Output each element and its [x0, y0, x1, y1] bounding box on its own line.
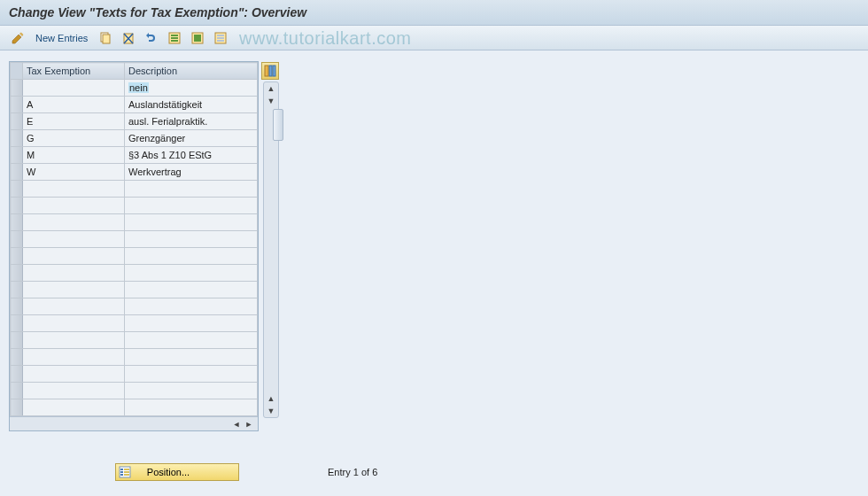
table-row	[11, 181, 258, 198]
svg-rect-19	[120, 474, 123, 476]
table-container: Tax Exemption Description neinAAuslandst…	[9, 61, 259, 431]
cell-description[interactable]: nein	[125, 80, 258, 97]
scroll-up-icon[interactable]: ▲	[264, 82, 278, 95]
cell-code[interactable]	[23, 231, 125, 248]
select-all-icon[interactable]	[166, 29, 183, 47]
row-selector[interactable]	[11, 265, 23, 282]
svg-rect-1	[103, 35, 110, 43]
row-selector[interactable]	[11, 198, 23, 214]
table-row	[11, 198, 258, 214]
cell-code[interactable]	[23, 198, 125, 214]
row-selector[interactable]	[11, 399, 23, 416]
svg-rect-4	[171, 35, 178, 36]
cell-code[interactable]	[23, 383, 125, 399]
cell-code[interactable]: E	[23, 113, 125, 130]
cell-code[interactable]	[23, 181, 125, 198]
scroll-left-icon[interactable]: ◄	[230, 419, 243, 430]
row-selector[interactable]	[11, 366, 23, 383]
svg-rect-12	[217, 40, 224, 42]
cell-code[interactable]: W	[23, 164, 125, 181]
page-title: Change View "Texts for Tax Exemption": O…	[9, 5, 306, 19]
row-selector[interactable]	[11, 181, 23, 198]
vertical-scrollbar[interactable]: ▲ ▼ ▲ ▼	[263, 81, 279, 418]
svg-rect-22	[124, 474, 129, 476]
table-row	[11, 265, 258, 282]
cell-description[interactable]	[125, 231, 258, 248]
cell-code[interactable]	[23, 80, 125, 97]
cell-code[interactable]	[23, 366, 125, 383]
cell-code[interactable]	[23, 315, 125, 332]
deselect-all-icon[interactable]	[212, 29, 229, 47]
scrollbar-thumb[interactable]	[273, 109, 283, 141]
cell-code[interactable]	[23, 265, 125, 282]
row-selector[interactable]	[11, 248, 23, 265]
cell-description[interactable]	[125, 383, 258, 399]
row-selector[interactable]	[11, 214, 23, 231]
cell-code[interactable]	[23, 248, 125, 265]
row-selector[interactable]	[11, 298, 23, 315]
scroll-up2-icon[interactable]: ▼	[264, 95, 278, 107]
cell-description[interactable]: Auslandstätigkeit	[125, 97, 258, 113]
cell-description[interactable]: Werkvertrag	[125, 164, 258, 181]
svg-rect-15	[273, 66, 275, 76]
cell-description[interactable]	[125, 248, 258, 265]
table-row	[11, 214, 258, 231]
table-row: WWerkvertrag	[11, 164, 258, 181]
cell-code[interactable]	[23, 214, 125, 231]
svg-rect-21	[124, 471, 129, 473]
cell-code[interactable]	[23, 298, 125, 315]
cell-code[interactable]: M	[23, 147, 125, 164]
new-entries-button[interactable]: New Entries	[32, 33, 91, 43]
cell-code[interactable]: G	[23, 130, 125, 147]
row-selector[interactable]	[11, 349, 23, 366]
cell-description[interactable]	[125, 198, 258, 214]
table-settings-button[interactable]	[261, 62, 279, 80]
table-corner[interactable]	[11, 63, 23, 80]
cell-description[interactable]	[125, 298, 258, 315]
scroll-down-icon[interactable]: ▼	[264, 405, 278, 417]
cell-code[interactable]	[23, 282, 125, 298]
column-header-description[interactable]: Description	[125, 63, 258, 80]
table-row: AAuslandstätigkeit	[11, 97, 258, 113]
row-selector[interactable]	[11, 383, 23, 399]
svg-rect-5	[171, 37, 178, 39]
cell-description[interactable]	[125, 214, 258, 231]
cell-description[interactable]	[125, 332, 258, 349]
row-selector[interactable]	[11, 231, 23, 248]
cell-description[interactable]	[125, 265, 258, 282]
cell-description[interactable]	[125, 399, 258, 416]
scroll-right-icon[interactable]: ►	[243, 419, 255, 430]
row-selector[interactable]	[11, 164, 23, 181]
cell-description[interactable]: Grenzgänger	[125, 130, 258, 147]
cell-description[interactable]	[125, 282, 258, 298]
position-button[interactable]: Position...	[115, 463, 239, 481]
select-block-icon[interactable]	[189, 29, 206, 47]
row-selector[interactable]	[11, 332, 23, 349]
row-selector[interactable]	[11, 80, 23, 97]
undo-icon[interactable]	[143, 29, 160, 47]
row-selector[interactable]	[11, 147, 23, 164]
row-selector[interactable]	[11, 130, 23, 147]
cell-description[interactable]: ausl. Ferialpraktik.	[125, 113, 258, 130]
cell-code[interactable]	[23, 349, 125, 366]
cell-description[interactable]	[125, 366, 258, 383]
horizontal-scrollbar[interactable]: ◄ ►	[10, 416, 258, 430]
row-selector[interactable]	[11, 282, 23, 298]
cell-code[interactable]: A	[23, 97, 125, 113]
table-row: M§3 Abs 1 Z10 EStG	[11, 147, 258, 164]
cell-description[interactable]	[125, 181, 258, 198]
row-selector[interactable]	[11, 97, 23, 113]
cell-description[interactable]	[125, 315, 258, 332]
tax-exemption-table: Tax Exemption Description neinAAuslandst…	[10, 62, 258, 416]
row-selector[interactable]	[11, 315, 23, 332]
cell-code[interactable]	[23, 399, 125, 416]
row-selector[interactable]	[11, 113, 23, 130]
cell-description[interactable]: §3 Abs 1 Z10 EStG	[125, 147, 258, 164]
column-header-code[interactable]: Tax Exemption	[23, 63, 125, 80]
copy-icon[interactable]	[97, 29, 114, 47]
cell-description[interactable]	[125, 349, 258, 366]
delete-icon[interactable]	[120, 29, 137, 47]
scroll-down2-icon[interactable]: ▲	[264, 392, 278, 405]
cell-code[interactable]	[23, 332, 125, 349]
change-icon[interactable]	[9, 29, 27, 47]
